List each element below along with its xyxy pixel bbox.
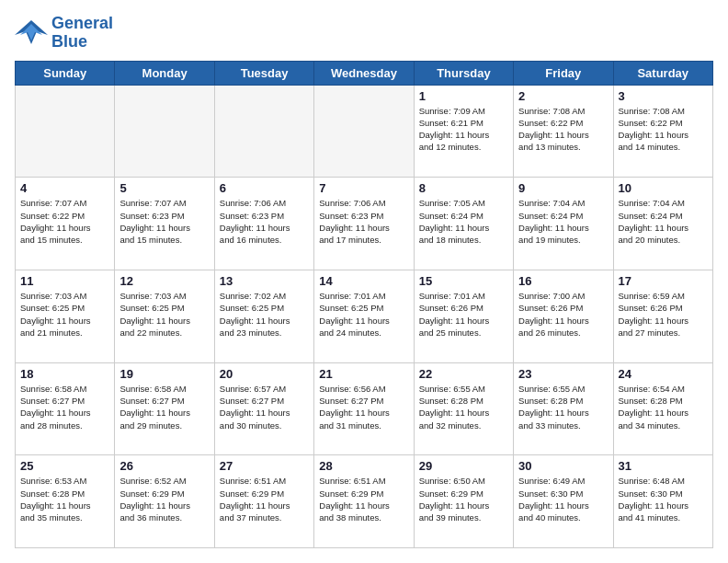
day-number: 15 xyxy=(419,274,508,288)
day-info: Sunrise: 7:00 AM Sunset: 6:26 PM Dayligh… xyxy=(518,290,608,339)
day-info: Sunrise: 6:49 AM Sunset: 6:30 PM Dayligh… xyxy=(518,475,608,523)
day-number: 14 xyxy=(319,274,408,288)
day-info: Sunrise: 6:50 AM Sunset: 6:29 PM Dayligh… xyxy=(419,475,508,523)
day-number: 19 xyxy=(119,367,209,381)
day-info: Sunrise: 6:55 AM Sunset: 6:28 PM Dayligh… xyxy=(518,383,608,431)
day-info: Sunrise: 6:52 AM Sunset: 6:29 PM Dayligh… xyxy=(119,475,209,523)
calendar-cell xyxy=(314,85,414,178)
weekday-header-tuesday: Tuesday xyxy=(214,61,313,85)
calendar-cell: 4Sunrise: 7:07 AM Sunset: 6:22 PM Daylig… xyxy=(16,178,115,270)
calendar-cell xyxy=(115,85,214,178)
day-info: Sunrise: 6:59 AM Sunset: 6:26 PM Dayligh… xyxy=(619,290,708,339)
day-info: Sunrise: 7:01 AM Sunset: 6:25 PM Dayligh… xyxy=(319,290,408,339)
calendar-week-row-4: 18Sunrise: 6:58 AM Sunset: 6:27 PM Dayli… xyxy=(16,362,713,455)
day-info: Sunrise: 7:08 AM Sunset: 6:22 PM Dayligh… xyxy=(619,105,708,154)
day-info: Sunrise: 7:05 AM Sunset: 6:24 PM Dayligh… xyxy=(419,197,508,246)
calendar-table: SundayMondayTuesdayWednesdayThursdayFrid… xyxy=(15,61,713,548)
day-info: Sunrise: 6:53 AM Sunset: 6:28 PM Dayligh… xyxy=(20,475,109,523)
day-number: 9 xyxy=(518,181,608,195)
day-info: Sunrise: 7:03 AM Sunset: 6:25 PM Dayligh… xyxy=(20,290,109,339)
day-number: 13 xyxy=(220,274,309,288)
day-number: 6 xyxy=(220,181,309,195)
calendar-cell: 18Sunrise: 6:58 AM Sunset: 6:27 PM Dayli… xyxy=(16,362,115,455)
calendar-cell: 29Sunrise: 6:50 AM Sunset: 6:29 PM Dayli… xyxy=(414,455,513,548)
day-info: Sunrise: 6:58 AM Sunset: 6:27 PM Dayligh… xyxy=(119,383,209,431)
day-number: 23 xyxy=(518,367,608,381)
day-number: 4 xyxy=(20,181,109,195)
day-info: Sunrise: 7:06 AM Sunset: 6:23 PM Dayligh… xyxy=(319,197,408,246)
calendar-cell: 6Sunrise: 7:06 AM Sunset: 6:23 PM Daylig… xyxy=(214,178,313,270)
day-number: 2 xyxy=(518,89,608,103)
day-info: Sunrise: 7:02 AM Sunset: 6:25 PM Dayligh… xyxy=(220,290,309,339)
calendar-cell: 13Sunrise: 7:02 AM Sunset: 6:25 PM Dayli… xyxy=(214,270,313,362)
day-info: Sunrise: 6:56 AM Sunset: 6:27 PM Dayligh… xyxy=(319,383,408,431)
logo: General Blue xyxy=(15,15,113,52)
day-info: Sunrise: 7:04 AM Sunset: 6:24 PM Dayligh… xyxy=(518,197,608,246)
day-number: 24 xyxy=(619,367,708,381)
day-info: Sunrise: 6:48 AM Sunset: 6:30 PM Dayligh… xyxy=(619,475,708,523)
page: General Blue SundayMondayTuesdayWednesda… xyxy=(0,0,728,563)
day-info: Sunrise: 7:08 AM Sunset: 6:22 PM Dayligh… xyxy=(518,105,608,154)
svg-marker-1 xyxy=(20,24,42,40)
day-number: 18 xyxy=(20,367,109,381)
day-number: 8 xyxy=(419,181,508,195)
day-number: 25 xyxy=(20,459,109,473)
day-info: Sunrise: 6:51 AM Sunset: 6:29 PM Dayligh… xyxy=(220,475,309,523)
calendar-week-row-2: 4Sunrise: 7:07 AM Sunset: 6:22 PM Daylig… xyxy=(16,178,713,270)
weekday-header-monday: Monday xyxy=(115,61,214,85)
calendar-cell: 10Sunrise: 7:04 AM Sunset: 6:24 PM Dayli… xyxy=(613,178,712,270)
day-number: 11 xyxy=(20,274,109,288)
day-number: 17 xyxy=(619,274,708,288)
day-number: 10 xyxy=(619,181,708,195)
day-number: 22 xyxy=(419,367,508,381)
calendar-cell: 22Sunrise: 6:55 AM Sunset: 6:28 PM Dayli… xyxy=(414,362,513,455)
day-number: 5 xyxy=(119,181,209,195)
calendar-cell: 21Sunrise: 6:56 AM Sunset: 6:27 PM Dayli… xyxy=(314,362,414,455)
weekday-header-friday: Friday xyxy=(514,61,613,85)
day-number: 30 xyxy=(518,459,608,473)
day-info: Sunrise: 6:58 AM Sunset: 6:27 PM Dayligh… xyxy=(20,383,109,431)
calendar-cell: 28Sunrise: 6:51 AM Sunset: 6:29 PM Dayli… xyxy=(314,455,414,548)
day-number: 12 xyxy=(119,274,209,288)
day-number: 1 xyxy=(419,89,508,103)
weekday-header-saturday: Saturday xyxy=(613,61,712,85)
day-info: Sunrise: 6:54 AM Sunset: 6:28 PM Dayligh… xyxy=(619,383,708,431)
calendar-cell: 7Sunrise: 7:06 AM Sunset: 6:23 PM Daylig… xyxy=(314,178,414,270)
logo-text: General Blue xyxy=(51,15,113,52)
day-info: Sunrise: 7:06 AM Sunset: 6:23 PM Dayligh… xyxy=(220,197,309,246)
day-info: Sunrise: 6:51 AM Sunset: 6:29 PM Dayligh… xyxy=(319,475,408,523)
calendar-cell: 27Sunrise: 6:51 AM Sunset: 6:29 PM Dayli… xyxy=(214,455,313,548)
calendar-cell: 2Sunrise: 7:08 AM Sunset: 6:22 PM Daylig… xyxy=(514,85,613,178)
calendar-cell xyxy=(16,85,115,178)
day-number: 20 xyxy=(220,367,309,381)
calendar-cell: 16Sunrise: 7:00 AM Sunset: 6:26 PM Dayli… xyxy=(514,270,613,362)
day-info: Sunrise: 7:07 AM Sunset: 6:23 PM Dayligh… xyxy=(119,197,209,246)
calendar-cell xyxy=(214,85,313,178)
day-number: 28 xyxy=(319,459,408,473)
day-number: 26 xyxy=(119,459,209,473)
weekday-header-sunday: Sunday xyxy=(16,61,115,85)
day-info: Sunrise: 7:04 AM Sunset: 6:24 PM Dayligh… xyxy=(619,197,708,246)
calendar-week-row-3: 11Sunrise: 7:03 AM Sunset: 6:25 PM Dayli… xyxy=(16,270,713,362)
weekday-header-wednesday: Wednesday xyxy=(314,61,414,85)
day-number: 7 xyxy=(319,181,408,195)
day-number: 3 xyxy=(619,89,708,103)
calendar-cell: 3Sunrise: 7:08 AM Sunset: 6:22 PM Daylig… xyxy=(613,85,712,178)
weekday-header-row: SundayMondayTuesdayWednesdayThursdayFrid… xyxy=(16,61,713,85)
calendar-week-row-5: 25Sunrise: 6:53 AM Sunset: 6:28 PM Dayli… xyxy=(16,455,713,548)
day-info: Sunrise: 7:09 AM Sunset: 6:21 PM Dayligh… xyxy=(419,105,508,154)
calendar-cell: 8Sunrise: 7:05 AM Sunset: 6:24 PM Daylig… xyxy=(414,178,513,270)
calendar-cell: 5Sunrise: 7:07 AM Sunset: 6:23 PM Daylig… xyxy=(115,178,214,270)
weekday-header-thursday: Thursday xyxy=(414,61,513,85)
calendar-cell: 19Sunrise: 6:58 AM Sunset: 6:27 PM Dayli… xyxy=(115,362,214,455)
calendar-cell: 11Sunrise: 7:03 AM Sunset: 6:25 PM Dayli… xyxy=(16,270,115,362)
calendar-cell: 15Sunrise: 7:01 AM Sunset: 6:26 PM Dayli… xyxy=(414,270,513,362)
day-info: Sunrise: 6:57 AM Sunset: 6:27 PM Dayligh… xyxy=(220,383,309,431)
calendar-cell: 12Sunrise: 7:03 AM Sunset: 6:25 PM Dayli… xyxy=(115,270,214,362)
day-number: 31 xyxy=(619,459,708,473)
calendar-cell: 24Sunrise: 6:54 AM Sunset: 6:28 PM Dayli… xyxy=(613,362,712,455)
calendar-cell: 1Sunrise: 7:09 AM Sunset: 6:21 PM Daylig… xyxy=(414,85,513,178)
day-number: 21 xyxy=(319,367,408,381)
calendar-week-row-1: 1Sunrise: 7:09 AM Sunset: 6:21 PM Daylig… xyxy=(16,85,713,178)
day-number: 16 xyxy=(518,274,608,288)
